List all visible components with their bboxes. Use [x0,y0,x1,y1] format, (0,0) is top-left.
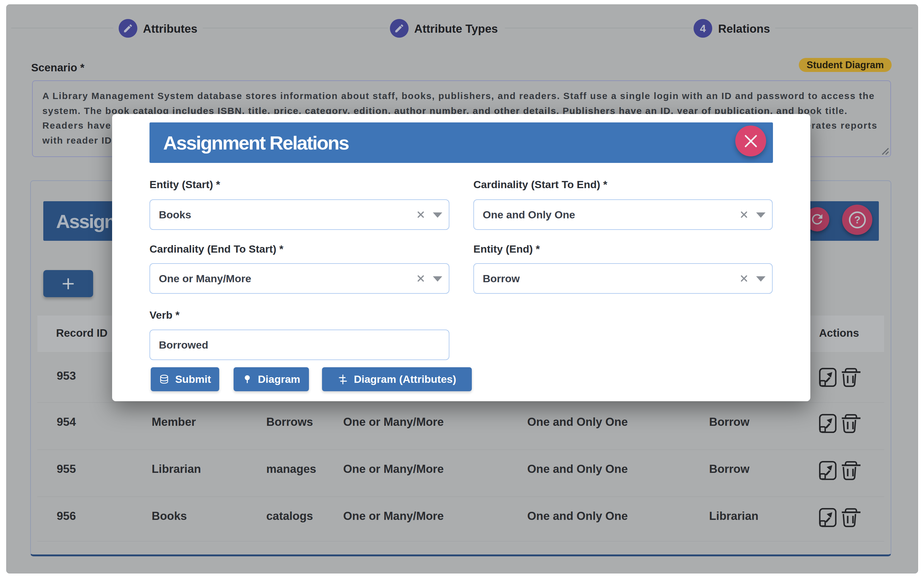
svg-text:?: ? [854,214,860,225]
